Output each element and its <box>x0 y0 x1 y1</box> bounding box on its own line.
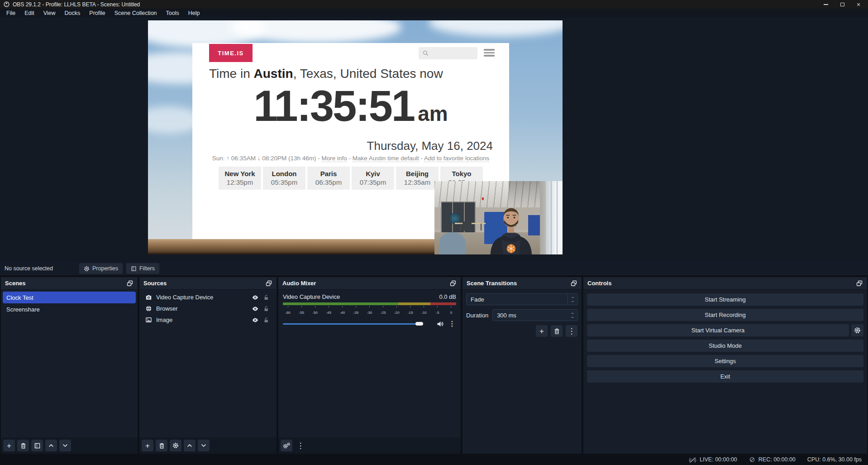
scene-item-screenshare[interactable]: Screenshare <box>3 303 136 315</box>
foreground-chair <box>439 232 465 254</box>
remove-source-button[interactable] <box>156 440 167 451</box>
menu-item-file[interactable]: File <box>2 10 20 16</box>
popout-icon <box>449 280 457 287</box>
menu-item-tools[interactable]: Tools <box>162 10 184 16</box>
add-scene-button[interactable]: + <box>3 440 15 451</box>
slider-handle[interactable] <box>415 322 423 326</box>
city-box: Beijing12:35am <box>396 167 439 190</box>
mixer-options-button[interactable]: ⋮ <box>295 440 306 451</box>
duration-spinbox[interactable]: 300 ms <box>492 309 578 321</box>
popout-icon <box>126 280 134 287</box>
exit-button[interactable]: Exit <box>587 370 863 383</box>
volume-slider[interactable] <box>283 320 432 327</box>
cpu-status: CPU: 0.6%, 30.00 fps <box>807 456 862 463</box>
lock-icon[interactable] <box>263 294 269 301</box>
transition-select[interactable]: Fade <box>466 293 578 305</box>
speaker-icon[interactable] <box>436 320 444 328</box>
source-item-video-capture[interactable]: Video Capture Device <box>141 292 275 303</box>
chevron-down-icon <box>570 316 575 319</box>
spin-arrows[interactable] <box>568 310 577 321</box>
cloud-shape <box>229 20 401 43</box>
trash-icon <box>20 442 27 449</box>
scene-item-clock-test[interactable]: Clock Test <box>3 292 136 303</box>
trash-icon <box>158 442 165 449</box>
city-name: Kyiv <box>352 170 394 177</box>
timeis-search-box <box>419 47 477 59</box>
scene-filters-button[interactable] <box>31 440 43 451</box>
controls-header: Controls <box>583 277 867 290</box>
source-label: Video Capture Device <box>156 294 213 301</box>
remove-transition-button[interactable] <box>551 325 563 337</box>
controls-title: Controls <box>587 280 611 287</box>
timeis-sun-line: Sun: ↑ 06:35AM ↓ 08:20PM (13h 46m) - Mor… <box>192 155 509 162</box>
clock-time: 11:35:51 <box>253 81 414 130</box>
filters-button[interactable]: Filters <box>126 263 159 274</box>
remove-scene-button[interactable] <box>17 440 29 451</box>
channel-options-button[interactable]: ⋮ <box>448 320 456 328</box>
scenes-title: Scenes <box>5 280 26 287</box>
transition-options-button[interactable]: ⋮ <box>566 325 577 337</box>
scenes-header: Scenes <box>1 277 138 290</box>
source-properties-button[interactable] <box>170 440 181 451</box>
popout-icon <box>265 280 272 287</box>
webcam-overlay[interactable] <box>434 181 563 254</box>
maximize-button[interactable] <box>839 2 845 7</box>
start-streaming-button[interactable]: Start Streaming <box>587 293 863 306</box>
settings-button[interactable]: Settings <box>587 355 863 367</box>
close-button[interactable]: × <box>855 2 862 7</box>
menu-item-help[interactable]: Help <box>184 10 205 16</box>
scene-canvas[interactable]: TIME.IS Time in Austin, Texas, United St… <box>148 20 563 254</box>
cpu-fps-label: CPU: 0.6%, 30.00 fps <box>807 456 862 463</box>
eye-icon[interactable] <box>252 305 259 312</box>
volume-meter <box>283 302 456 305</box>
city-time: 12:35pm <box>219 178 261 186</box>
chevron-up-icon <box>48 442 54 449</box>
popout-icon <box>856 280 863 287</box>
mixer-channel-label: Video Capture Device <box>283 293 340 300</box>
scene-transitions-panel: Scene Transitions Fade Duration 300 ms <box>463 277 582 454</box>
move-source-down-button[interactable] <box>198 440 210 451</box>
office-chair <box>463 221 472 231</box>
studio-mode-button[interactable]: Studio Mode <box>587 340 863 352</box>
eye-icon[interactable] <box>252 316 259 324</box>
lock-icon[interactable] <box>263 317 269 323</box>
eye-icon[interactable] <box>252 294 259 301</box>
menu-item-view[interactable]: View <box>39 10 60 16</box>
obs-logo-icon <box>4 1 10 7</box>
table-leg <box>460 224 461 230</box>
lock-icon[interactable] <box>263 306 269 312</box>
move-source-up-button[interactable] <box>184 440 196 451</box>
meter-scale: -60 -55 -50 -45 -40 -35 -30 -25 -20 -15 … <box>283 306 456 316</box>
city-name: Paris <box>307 170 350 177</box>
source-item-image[interactable]: Image <box>141 314 275 326</box>
start-virtual-camera-button[interactable]: Start Virtual Camera <box>587 324 849 336</box>
city-time: 07:35pm <box>352 178 394 186</box>
meter-tick: -45 <box>324 306 334 316</box>
menu-item-scene-collection[interactable]: Scene Collection <box>110 10 162 16</box>
add-source-button[interactable]: + <box>142 440 153 451</box>
transitions-header: Scene Transitions <box>463 277 582 290</box>
heading-suffix: , Texas, United States now <box>293 67 443 81</box>
move-scene-up-button[interactable] <box>45 440 57 451</box>
start-recording-button[interactable]: Start Recording <box>587 309 863 321</box>
minimize-button[interactable] <box>823 2 829 7</box>
virtual-camera-settings-button[interactable] <box>851 324 863 336</box>
advanced-audio-button[interactable] <box>281 440 292 451</box>
timeis-logo: TIME.IS <box>209 44 253 62</box>
city-name: Beijing <box>396 170 439 177</box>
dock-area: Scenes Clock Test Screenshare + Sources <box>0 277 868 454</box>
preview-area: TIME.IS Time in Austin, Texas, United St… <box>0 17 868 262</box>
menu-item-edit[interactable]: Edit <box>20 10 39 16</box>
sources-title: Sources <box>143 280 167 287</box>
move-scene-down-button[interactable] <box>59 440 71 451</box>
source-label: Browser <box>156 305 178 312</box>
menu-item-profile[interactable]: Profile <box>85 10 110 16</box>
live-timer: LIVE: 00:00:00 <box>700 456 737 463</box>
menu-item-docks[interactable]: Docks <box>60 10 85 16</box>
gears-icon <box>283 442 291 449</box>
meter-green-zone <box>283 302 398 305</box>
source-item-browser[interactable]: Browser <box>141 303 275 314</box>
add-transition-button[interactable]: + <box>536 325 548 337</box>
meter-tick: -60 <box>283 306 293 316</box>
properties-button[interactable]: Properties <box>79 263 123 274</box>
